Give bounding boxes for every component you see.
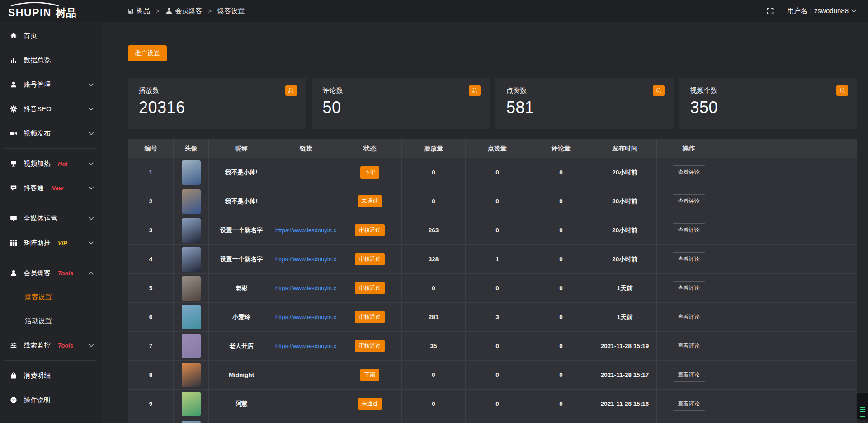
cell-avatar — [174, 303, 209, 332]
logo-arc — [8, 2, 61, 6]
user-menu[interactable]: 用户名：zswodun88 — [787, 7, 856, 15]
cell-avatar — [174, 390, 209, 418]
cell-nickname: Midnight — [209, 361, 274, 390]
cell-time: 20小时前 — [593, 245, 657, 274]
sidebar-item-video-heating[interactable]: 视频加热Hot — [0, 151, 102, 176]
cell-likes: 0 — [466, 361, 529, 390]
breadcrumb-separator: > — [156, 8, 160, 14]
avatar — [182, 247, 201, 272]
breadcrumb-label: 会员爆客 — [175, 7, 203, 15]
sidebar-subitem[interactable]: 活动设置 — [0, 309, 102, 333]
sidebar-item-badge: Tools — [58, 270, 73, 277]
sidebar-item-matrix-boost[interactable]: 矩阵助推VIP — [0, 230, 102, 255]
avatar — [182, 334, 201, 358]
view-comments-button[interactable]: 查看评论 — [673, 397, 705, 411]
wallet-icon — [10, 372, 17, 379]
sidebar-item-label: 账号管理 — [24, 80, 51, 89]
floating-widget[interactable] — [856, 392, 868, 420]
grid-icon — [10, 239, 17, 246]
cell-action: 查看评论 — [657, 303, 721, 332]
fullscreen-icon[interactable] — [767, 8, 774, 14]
table-header-row: 编号头像昵称链接状态播放量点赞量评论量发布时间操作 — [128, 139, 857, 158]
sidebar-item-video-publish[interactable]: 视频发布 — [0, 121, 102, 146]
cell-filler — [721, 303, 857, 332]
breadcrumb-item[interactable]: 树品 — [128, 7, 150, 15]
profile-link[interactable]: https://www.iesdouyin.c — [275, 256, 337, 263]
cell-filler — [721, 332, 857, 361]
sidebar-subitem[interactable]: 爆客设置 — [0, 285, 102, 309]
cell-action: 查看评论 — [657, 361, 721, 390]
breadcrumb-label: 爆客设置 — [217, 7, 245, 15]
cell-filler — [721, 390, 857, 418]
stat-card: 点赞数总581 — [495, 78, 674, 129]
sidebar-item-consume-detail[interactable]: 消费明细 — [0, 363, 102, 388]
cell-status: 下架 — [338, 361, 402, 390]
cell-likes — [466, 418, 529, 423]
cell-link — [274, 158, 338, 187]
cell-link — [274, 418, 338, 423]
profile-link[interactable]: https://www.iesdouyin.c — [275, 285, 337, 291]
profile-link[interactable]: https://www.iesdouyin.c — [275, 343, 337, 349]
profile-link[interactable]: https://www.iesdouyin.c — [275, 227, 337, 234]
table-header-cell: 昵称 — [209, 139, 274, 158]
sidebar-item-douketong[interactable]: 抖客通New — [0, 176, 102, 200]
sidebar-item-member-baoke[interactable]: 会员爆客Tools — [0, 261, 102, 285]
cell-plays: 0 — [402, 187, 466, 216]
profile-link[interactable]: https://www.iesdouyin.c — [275, 314, 337, 320]
home-icon — [10, 32, 17, 39]
breadcrumb-item[interactable]: 会员爆客 — [165, 7, 203, 15]
sidebar-item-douyin-seo[interactable]: 抖音SEO — [0, 97, 102, 121]
avatar — [182, 392, 201, 416]
sidebar-item-help[interactable]: ?操作说明 — [0, 388, 102, 412]
sidebar-item-data-overview[interactable]: 数据总览 — [0, 48, 102, 72]
breadcrumb-item: 爆客设置 — [217, 7, 245, 15]
cell-link: https://www.iesdouyin.c — [274, 274, 338, 303]
sidebar-item-account-manage[interactable]: 账号管理 — [0, 72, 102, 97]
view-comments-button[interactable]: 查看评论 — [673, 252, 705, 266]
sidebar-item-badge: Hot — [58, 160, 68, 167]
cell-id: 7 — [128, 332, 174, 361]
view-comments-button[interactable]: 查看评论 — [673, 339, 705, 353]
view-comments-button[interactable]: 查看评论 — [673, 165, 705, 179]
view-comments-button[interactable]: 查看评论 — [673, 368, 705, 382]
table-row: 9阿慧未通过0002021-11-28 15:16查看评论 — [128, 390, 857, 418]
status-badge: 审核通过 — [355, 253, 385, 265]
sidebar-item-home[interactable]: 首页 — [0, 24, 102, 48]
cell-nickname: 设置一个新名字 — [209, 216, 274, 245]
cell-filler — [721, 216, 857, 245]
sidebar-item-media-operation[interactable]: 全媒体运营 — [0, 206, 102, 230]
cell-avatar — [174, 361, 209, 390]
status-badge: 下架 — [360, 166, 379, 179]
table-row: 8Midnight下架0002021-11-28 15:17查看评论 — [128, 361, 857, 390]
cell-likes: 0 — [466, 274, 529, 303]
cell-action: 查看评论 — [657, 332, 721, 361]
chevron-down-icon — [89, 187, 94, 190]
sidebar-item-clue-monitor[interactable]: 线索监控Tools — [0, 333, 102, 357]
cell-id: 4 — [128, 245, 174, 274]
table-row: 4设置一个新名字https://www.iesdouyin.c审核通过32810… — [128, 245, 857, 274]
cell-plays: 0 — [402, 274, 466, 303]
cell-likes: 0 — [466, 390, 529, 418]
sidebar-item-badge: Tools — [58, 342, 73, 349]
view-comments-button[interactable]: 查看评论 — [673, 223, 705, 237]
cell-plays: 263 — [402, 216, 466, 245]
cell-link: https://www.iesdouyin.c — [274, 332, 338, 361]
cell-action — [657, 418, 721, 423]
table-header-cell: 头像 — [174, 139, 209, 158]
cell-comments — [529, 418, 593, 423]
table-header-cell: 点赞量 — [466, 139, 529, 158]
view-comments-button[interactable]: 查看评论 — [673, 281, 705, 295]
cell-time: 20小时前 — [593, 216, 657, 245]
cell-nickname: 老人开店 — [209, 332, 274, 361]
view-comments-button[interactable]: 查看评论 — [673, 194, 705, 208]
promotion-settings-button[interactable]: 推广设置 — [128, 45, 167, 61]
sliders-icon — [10, 342, 17, 349]
user-icon — [10, 81, 17, 88]
cell-time: 2021-11-28 15:19 — [593, 332, 657, 361]
table-row: 10 — [128, 418, 857, 423]
cell-link: https://www.iesdouyin.c — [274, 245, 338, 274]
view-comments-button[interactable]: 查看评论 — [673, 310, 705, 324]
cell-link — [274, 187, 338, 216]
username-label: 用户名：zswodun88 — [787, 7, 849, 15]
stat-card-badge: 总 — [836, 85, 848, 96]
